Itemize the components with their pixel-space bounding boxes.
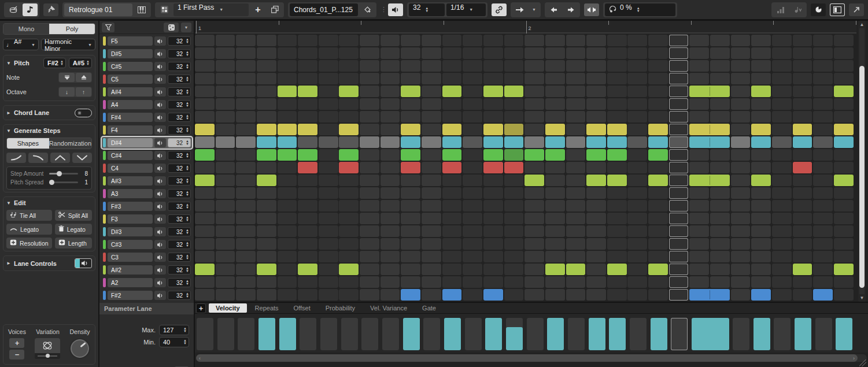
note-cell-C#4-step-17[interactable]	[525, 149, 544, 161]
step-cell-C4-step-32[interactable]	[834, 162, 854, 173]
step-cell-C4-step-2[interactable]	[216, 162, 235, 173]
tab-offset[interactable]: Offset	[287, 303, 317, 313]
step-cell-C#3-step-17[interactable]	[525, 238, 544, 250]
step-cell-C3-step-10[interactable]	[381, 251, 400, 262]
note-cell-F#2-step-11[interactable]	[401, 289, 420, 301]
step-cell-C5-step-14[interactable]	[463, 73, 482, 84]
step-cell-C3-step-8[interactable]	[339, 251, 359, 262]
step-cell-D#3-step-9[interactable]	[360, 225, 379, 237]
step-cell-D#3-step-1[interactable]	[195, 225, 215, 237]
step-cell-D#5-step-31[interactable]	[813, 47, 833, 59]
step-cell-F#3-step-19[interactable]	[566, 200, 586, 212]
step-cell-A4-step-31[interactable]	[813, 98, 833, 110]
step-cell-C5-step-6[interactable]	[298, 73, 317, 84]
note-cell-F#2-step-31[interactable]	[813, 289, 833, 301]
direction-dropdown[interactable]: ▼	[529, 3, 539, 16]
step-cell-A2-step-14[interactable]	[463, 276, 482, 288]
step-cell-A#3-step-19[interactable]	[566, 175, 586, 186]
note-up-button[interactable]	[76, 73, 91, 82]
lane-row-F4[interactable]: F432▲▼	[102, 124, 192, 136]
step-cell-A4-step-22[interactable]	[627, 98, 647, 110]
step-cell-F3-step-1[interactable]	[195, 213, 215, 224]
step-cell-C5-step-30[interactable]	[793, 73, 812, 84]
step-cell-A3-step-20[interactable]	[586, 187, 606, 199]
step-cell-F5-step-2[interactable]	[216, 35, 235, 46]
lane-row-F5[interactable]: F532▲▼	[102, 35, 192, 47]
step-cell-D#3-step-22[interactable]	[627, 225, 647, 237]
step-cell-F#3-step-7[interactable]	[319, 200, 338, 212]
step-cell-C3-step-3[interactable]	[236, 251, 256, 262]
lane-row-A2[interactable]: A232▲▼	[102, 277, 192, 288]
tab-shapes[interactable]: Shapes	[7, 138, 49, 149]
step-cell-F#4-step-2[interactable]	[216, 111, 235, 123]
step-cell-A#4-step-18[interactable]	[545, 86, 565, 97]
step-cell-D#4-step-22[interactable]	[627, 136, 647, 148]
step-cell-C#5-step-2[interactable]	[216, 60, 235, 72]
legato-button[interactable]: Legato	[55, 224, 92, 235]
step-cell-C4-step-27[interactable]	[731, 162, 751, 173]
note-cell-C4-step-6[interactable]	[298, 162, 317, 173]
step-cell-A3-step-1[interactable]	[195, 187, 215, 199]
lane-row-C5[interactable]: C532▲▼	[102, 73, 192, 85]
step-cell-D#5-step-16[interactable]	[504, 47, 524, 59]
step-cell-A#3-step-14[interactable]	[463, 175, 482, 186]
step-cell-A#3-step-6[interactable]	[298, 175, 317, 186]
open-external-window-button[interactable]	[849, 3, 864, 16]
pattern-select[interactable]: 1 First Pass▼	[173, 3, 249, 16]
variation-dice-button[interactable]	[35, 338, 60, 353]
step-cell-C5-step-31[interactable]	[813, 73, 833, 84]
step-cell-F5-step-3[interactable]	[236, 35, 256, 46]
step-cell-D#3-step-6[interactable]	[298, 225, 317, 237]
lane-speaker-button[interactable]	[154, 125, 166, 135]
step-cell-F5-step-15[interactable]	[483, 35, 503, 46]
resolution-select[interactable]: 1/16▼	[446, 3, 486, 16]
note-cell-A#3-step-28[interactable]	[751, 175, 771, 186]
step-cell-C5-step-19[interactable]	[566, 73, 586, 84]
lane-step-count[interactable]: 32▲▼	[168, 164, 191, 173]
velocity-bar-step-4[interactable]	[258, 318, 275, 350]
step-cell-D#5-step-8[interactable]	[339, 47, 359, 59]
note-cell-A#4-step-11[interactable]	[401, 86, 420, 97]
step-cell-C#4-step-26[interactable]	[710, 149, 730, 161]
note-cell-F#2-step-28[interactable]	[751, 289, 771, 301]
step-cell-C4-step-19[interactable]	[566, 162, 586, 173]
step-cell-A4-step-4[interactable]	[257, 98, 276, 110]
lane-speaker-button[interactable]	[154, 240, 166, 249]
step-cell-D#3-step-26[interactable]	[710, 225, 730, 237]
step-cell-A2-step-9[interactable]	[360, 276, 379, 288]
step-cell-A3-step-14[interactable]	[463, 187, 482, 199]
step-cell-F5-step-29[interactable]	[772, 35, 792, 46]
step-cell-C3-step-24[interactable]	[669, 251, 689, 262]
step-cell-C3-step-20[interactable]	[586, 251, 606, 262]
step-cell-D#3-step-7[interactable]	[319, 225, 338, 237]
step-cell-C#5-step-10[interactable]	[381, 60, 400, 72]
step-cell-A4-step-14[interactable]	[463, 98, 482, 110]
step-cell-F#3-step-5[interactable]	[278, 200, 297, 212]
step-cell-C4-step-7[interactable]	[319, 162, 338, 173]
step-cell-D#4-step-14[interactable]	[463, 136, 482, 148]
step-cell-F#3-step-9[interactable]	[360, 200, 379, 212]
step-cell-D#5-step-27[interactable]	[731, 47, 751, 59]
step-cell-C3-step-21[interactable]	[607, 251, 627, 262]
step-cell-C#5-step-30[interactable]	[793, 60, 812, 72]
step-cell-A#2-step-10[interactable]	[381, 264, 400, 275]
step-cell-A#4-step-3[interactable]	[236, 86, 256, 97]
step-cell-A4-step-5[interactable]	[278, 98, 297, 110]
step-cell-A3-step-29[interactable]	[772, 187, 792, 199]
step-cell-A#2-step-2[interactable]	[216, 264, 235, 275]
step-cell-A#4-step-21[interactable]	[607, 86, 627, 97]
step-cell-C5-step-16[interactable]	[504, 73, 524, 84]
step-cell-A#3-step-18[interactable]	[545, 175, 565, 186]
step-cell-C#3-step-2[interactable]	[216, 238, 235, 250]
voices-add-button[interactable]: +	[9, 338, 24, 348]
lane-name-field[interactable]: F#3	[108, 202, 153, 211]
note-cell-F4-step-32[interactable]	[834, 124, 854, 135]
step-cell-A4-step-29[interactable]	[772, 98, 792, 110]
step-cell-C4-step-25[interactable]	[689, 162, 709, 173]
step-cell-C3-step-15[interactable]	[483, 251, 503, 262]
lane-row-F#2[interactable]: F#232▲▼	[102, 290, 192, 301]
step-cell-F#3-step-2[interactable]	[216, 200, 235, 212]
step-cell-F#3-step-25[interactable]	[689, 200, 709, 212]
step-cell-A3-step-17[interactable]	[525, 187, 544, 199]
note-cell-A#2-step-30[interactable]	[793, 264, 812, 275]
